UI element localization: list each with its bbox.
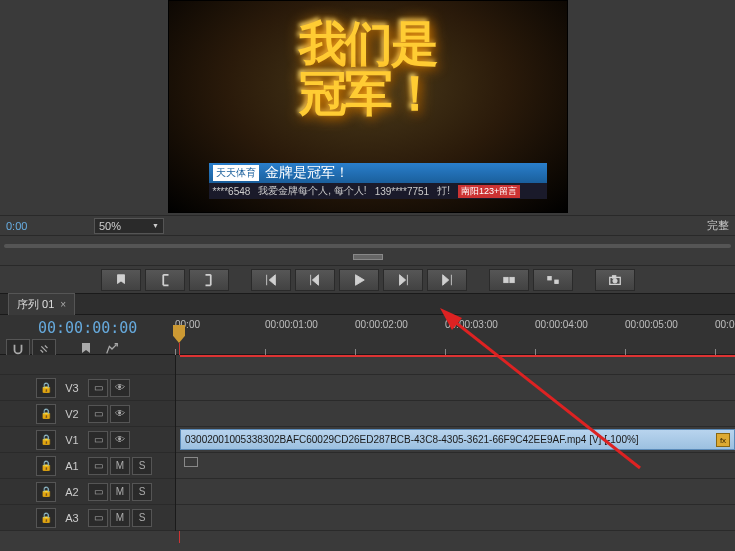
timeline-header: 00:00:00:00 00:0000:00:01:0000:00:02:000…: [0, 315, 735, 355]
lock-icon[interactable]: 🔒: [36, 508, 56, 528]
track-label: V1: [60, 434, 84, 446]
transport-controls: [0, 265, 735, 293]
marker-button[interactable]: [101, 269, 141, 291]
track-label: A2: [60, 486, 84, 498]
mute-button[interactable]: M: [110, 509, 130, 527]
lower-third-logo: 天天体育: [213, 165, 259, 181]
sequence-tab[interactable]: 序列 01 ×: [8, 293, 75, 315]
play-button[interactable]: [339, 269, 379, 291]
track-label: V2: [60, 408, 84, 420]
ruler-label: 00:00:02:00: [355, 319, 408, 330]
track-headers: 🔒 V3 ▭ 👁 🔒 V2 ▭ 👁 🔒 V1 ▭ 👁: [0, 355, 175, 531]
track-row-a1[interactable]: [176, 453, 735, 479]
svg-rect-3: [554, 280, 558, 284]
clip-thumb-icon: [184, 457, 198, 467]
track-header-v3[interactable]: 🔒 V3 ▭ 👁: [0, 375, 175, 401]
lock-icon[interactable]: 🔒: [36, 482, 56, 502]
track-output-toggle[interactable]: ▭: [88, 405, 108, 423]
preview-scrub-bar[interactable]: [0, 235, 735, 265]
ruler-label: 00:00:01:00: [265, 319, 318, 330]
mark-out-button[interactable]: [189, 269, 229, 291]
svg-rect-1: [509, 277, 513, 282]
track-row-v2[interactable]: [176, 401, 735, 427]
track-header-v1[interactable]: 🔒 V1 ▭ 👁: [0, 427, 175, 453]
mute-button[interactable]: M: [110, 457, 130, 475]
track-output-toggle[interactable]: ▭: [88, 457, 108, 475]
ruler-label: 00:00:03:00: [445, 319, 498, 330]
track-row-v1[interactable]: 03002001005338302BAFC60029CD26ED287BCB-4…: [176, 427, 735, 453]
ruler-label: 00:00:05:00: [625, 319, 678, 330]
svg-rect-6: [612, 275, 616, 278]
track-header-v2[interactable]: 🔒 V2 ▭ 👁: [0, 401, 175, 427]
track-row-spacer: [176, 355, 735, 375]
lock-icon[interactable]: 🔒: [36, 378, 56, 398]
track-output-toggle[interactable]: ▭: [88, 483, 108, 501]
track-output-toggle[interactable]: ▭: [88, 431, 108, 449]
solo-button[interactable]: S: [132, 483, 152, 501]
clip-label: 03002001005338302BAFC60029CD26ED287BCB-4…: [185, 434, 639, 445]
timeline-ruler[interactable]: 00:0000:00:01:0000:00:02:0000:00:03:0000…: [175, 315, 735, 354]
eye-icon[interactable]: 👁: [110, 379, 130, 397]
timeline-tab-bar: 序列 01 ×: [0, 293, 735, 315]
track-spacer: [0, 355, 175, 375]
video-clip[interactable]: 03002001005338302BAFC60029CD26ED287BCB-4…: [180, 429, 735, 450]
preview-video-content: 我们是 冠军！ 天天体育 金牌是冠军！ ****6548 我爱金牌每个人, 每个…: [169, 1, 567, 212]
svg-point-5: [612, 278, 616, 282]
scrub-handle[interactable]: [353, 254, 383, 260]
lock-icon[interactable]: 🔒: [36, 430, 56, 450]
preview-overlay-text: 我们是 冠军！: [299, 19, 437, 120]
track-header-a1[interactable]: 🔒 A1 ▭ M S: [0, 453, 175, 479]
go-to-in-button[interactable]: [251, 269, 291, 291]
export-frame-button[interactable]: [595, 269, 635, 291]
timeline-tracks: 🔒 V3 ▭ 👁 🔒 V2 ▭ 👁 🔒 V1 ▭ 👁: [0, 355, 735, 531]
eye-icon[interactable]: 👁: [110, 405, 130, 423]
mark-in-button[interactable]: [145, 269, 185, 291]
track-header-a3[interactable]: 🔒 A3 ▭ M S: [0, 505, 175, 531]
preview-frame[interactable]: 我们是 冠军！ 天天体育 金牌是冠军！ ****6548 我爱金牌每个人, 每个…: [168, 0, 568, 213]
eye-icon[interactable]: 👁: [110, 431, 130, 449]
preview-timecode[interactable]: 0:00: [6, 220, 50, 232]
preview-footer: 0:00 50% 完整: [0, 215, 735, 235]
svg-rect-0: [503, 277, 507, 282]
close-icon[interactable]: ×: [60, 299, 66, 310]
step-forward-button[interactable]: [383, 269, 423, 291]
lower-third-headline: 金牌是冠军！: [265, 164, 349, 182]
track-output-toggle[interactable]: ▭: [88, 509, 108, 527]
fx-badge-icon[interactable]: fx: [716, 433, 730, 447]
zoom-select[interactable]: 50%: [94, 218, 164, 234]
solo-button[interactable]: S: [132, 457, 152, 475]
lift-button[interactable]: [489, 269, 529, 291]
track-row-v3[interactable]: [176, 375, 735, 401]
ruler-label: 00:00:04:00: [535, 319, 588, 330]
mute-button[interactable]: M: [110, 483, 130, 501]
lock-icon[interactable]: 🔒: [36, 404, 56, 424]
sequence-tab-label: 序列 01: [17, 297, 54, 312]
track-row-a3[interactable]: [176, 505, 735, 531]
step-back-button[interactable]: [295, 269, 335, 291]
current-timecode[interactable]: 00:00:00:00: [0, 315, 175, 337]
lower-third-ticker: ****6548 我爱金牌每个人, 每个人! 139****7751 打! 南阳…: [209, 183, 547, 199]
track-output-toggle[interactable]: ▭: [88, 379, 108, 397]
ruler-label: 00:00: [715, 319, 735, 330]
track-label: A3: [60, 512, 84, 524]
scrub-track[interactable]: [4, 244, 731, 248]
track-label: V3: [60, 382, 84, 394]
lock-icon[interactable]: 🔒: [36, 456, 56, 476]
track-label: A1: [60, 460, 84, 472]
extract-button[interactable]: [533, 269, 573, 291]
track-header-a2[interactable]: 🔒 A2 ▭ M S: [0, 479, 175, 505]
go-to-out-button[interactable]: [427, 269, 467, 291]
svg-rect-2: [547, 276, 551, 280]
work-area-bar[interactable]: [180, 355, 735, 357]
solo-button[interactable]: S: [132, 509, 152, 527]
track-body[interactable]: 03002001005338302BAFC60029CD26ED287BCB-4…: [175, 355, 735, 531]
program-monitor: 我们是 冠军！ 天天体育 金牌是冠军！ ****6548 我爱金牌每个人, 每个…: [0, 0, 735, 215]
lower-third-main: 天天体育 金牌是冠军！: [209, 163, 547, 183]
track-row-a2[interactable]: [176, 479, 735, 505]
timeline-header-left: 00:00:00:00: [0, 315, 175, 354]
resolution-label[interactable]: 完整: [707, 218, 729, 233]
